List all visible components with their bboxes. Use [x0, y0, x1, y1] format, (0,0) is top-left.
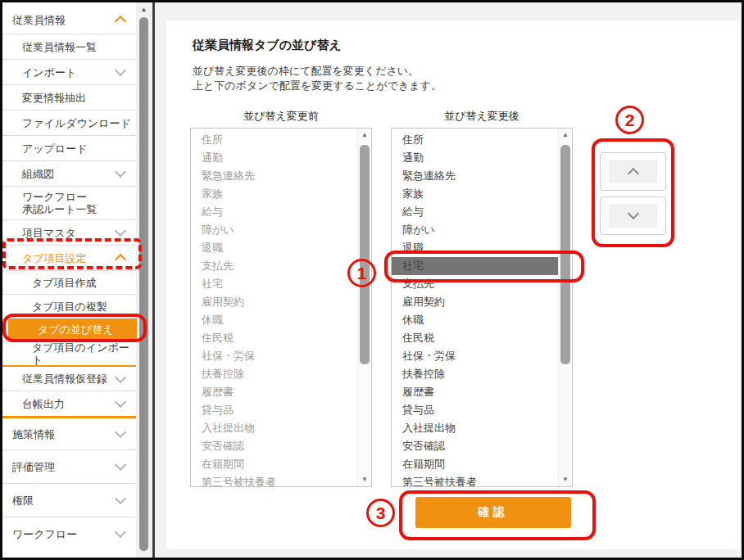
list-item: 緊急連絡先 [191, 167, 358, 185]
sidebar-item[interactable]: 組織図 [2, 160, 136, 186]
list-item[interactable]: 緊急連絡先 [392, 167, 559, 185]
list-item[interactable]: 住民税 [392, 329, 559, 347]
sidebar: 従業員情報従業員情報一覧インポート変更情報抽出ファイルダウンロードアップロード組… [2, 2, 136, 558]
sidebar-item[interactable]: 従業員情報一覧 [2, 34, 136, 59]
list-item: 扶養控除 [191, 365, 358, 383]
page-title: 従業員情報タブの並び替え [193, 38, 342, 53]
sidebar-item-label: タブ項目設定 [22, 252, 87, 264]
chevron-down-icon [115, 526, 126, 538]
chevron-down-icon [115, 371, 126, 382]
list-item: 給与 [191, 203, 358, 221]
list-item: 社宅 [191, 275, 358, 293]
sidebar-item-label: 変更情報抽出 [22, 92, 86, 104]
sidebar-item-label: 組織図 [22, 168, 54, 180]
list-item[interactable]: 雇用契約 [392, 293, 559, 311]
scroll-up-icon[interactable]: ▲ [137, 6, 151, 14]
instructions: 並び替え変更後の枠にて配置を変更ください。 上と下のボタンで配置を変更することが… [193, 64, 442, 93]
list-item: 在籍期間 [191, 455, 358, 473]
sidebar-item[interactable]: インポート [2, 59, 136, 84]
before-list-scrollbar[interactable]: ▲ ▼ [357, 129, 371, 486]
sidebar-item[interactable]: 従業員情報 [2, 6, 136, 34]
sidebar-item[interactable]: タブ項目のインポート [2, 341, 136, 365]
scrollbar-thumb[interactable] [360, 145, 370, 364]
list-item[interactable]: 在籍期間 [392, 455, 559, 473]
chevron-up-icon [115, 16, 126, 27]
sidebar-scrollbar-thumb[interactable] [139, 17, 148, 551]
sidebar-item[interactable]: 評価管理 [2, 449, 136, 483]
sidebar-item-label: 台帳出力 [22, 398, 65, 410]
scroll-down-icon[interactable]: ▼ [559, 476, 572, 484]
sidebar-item-label: 項目マスタ [22, 227, 76, 239]
list-item: 住民税 [191, 329, 358, 347]
sidebar-item[interactable]: 台帳出力 [2, 391, 136, 416]
move-down-button[interactable] [600, 196, 666, 235]
list-item: 休職 [191, 311, 358, 329]
sidebar-item-label: 評価管理 [12, 461, 55, 473]
before-list: 住所通勤緊急連絡先家族給与障がい退職支払先社宅雇用契約休職住民税社保・労保扶養控… [190, 128, 372, 487]
sidebar-item[interactable]: アップロード [2, 135, 136, 160]
list-item[interactable]: 社保・労保 [392, 347, 559, 365]
scrollbar-thumb[interactable] [560, 145, 570, 364]
confirm-button[interactable]: 確認 [415, 497, 571, 528]
list-item: 履歴書 [191, 383, 358, 401]
sidebar-item[interactable]: ファイルダウンロード [2, 110, 136, 135]
move-down-button-face [609, 204, 657, 228]
sidebar-item-label: 従業員情報 [12, 14, 66, 26]
chevron-down-icon [115, 493, 126, 504]
sidebar-item-label: ファイルダウンロード [22, 117, 131, 129]
instruction-line-2: 上と下のボタンで配置を変更することができます。 [193, 79, 442, 93]
sidebar-item[interactable]: ワークフロー 承認ルート一覧 [2, 186, 136, 219]
list-item: 通勤 [191, 149, 358, 167]
sidebar-item[interactable]: タブ項目の複製 [2, 294, 136, 318]
sidebar-item-label: タブ項目のインポート [32, 341, 136, 366]
list-item[interactable]: 支払先 [392, 275, 559, 293]
before-list-header: 並び替え変更前 [190, 109, 372, 124]
sidebar-item-label: ワークフロー [12, 528, 77, 540]
list-item[interactable]: 障がい [392, 221, 559, 239]
sidebar-item-label: アップロード [22, 142, 88, 155]
list-item[interactable]: 履歴書 [392, 383, 559, 401]
list-item[interactable]: 給与 [392, 203, 559, 221]
scroll-up-icon[interactable]: ▲ [358, 131, 371, 139]
list-item[interactable]: 第三号被扶養者 [392, 473, 559, 486]
chevron-up-icon [627, 168, 638, 179]
list-item[interactable]: 安否確認 [392, 437, 559, 455]
sidebar-item[interactable]: 施策情報 [2, 416, 136, 449]
sidebar-item[interactable]: 従業員情報仮登録 [2, 365, 136, 391]
list-item: 住所 [191, 131, 358, 149]
after-list-header: 並び替え変更後 [391, 109, 573, 124]
sidebar-item[interactable]: タブ項目作成 [2, 270, 136, 294]
sidebar-scrollbar[interactable]: ▲ [137, 2, 151, 558]
list-item[interactable]: 社宅 [392, 257, 559, 275]
list-item[interactable]: 家族 [392, 185, 559, 203]
list-item[interactable]: 扶養控除 [392, 365, 559, 383]
list-item: 雇用契約 [191, 293, 358, 311]
list-item: 安否確認 [191, 437, 358, 455]
sidebar-item-label: 施策情報 [12, 428, 55, 440]
after-list: 住所通勤緊急連絡先家族給与障がい退職社宅支払先雇用契約休職住民税社保・労保扶養控… [391, 128, 573, 487]
scroll-up-icon[interactable]: ▲ [559, 131, 572, 139]
list-item[interactable]: 通勤 [392, 149, 559, 167]
sidebar-item[interactable]: ワークフロー [2, 517, 136, 550]
sidebar-item[interactable]: タブ項目設定 [2, 245, 136, 270]
list-item: 入社提出物 [191, 419, 358, 437]
sidebar-menu: 従業員情報従業員情報一覧インポート変更情報抽出ファイルダウンロードアップロード組… [2, 6, 136, 550]
sidebar-border [152, 2, 155, 558]
sidebar-item-label: 従業員情報一覧 [22, 41, 97, 53]
sidebar-item[interactable]: 権限 [2, 483, 136, 517]
instruction-line-1: 並び替え変更後の枠にて配置を変更ください。 [193, 64, 442, 79]
move-up-button[interactable] [600, 152, 666, 191]
list-item[interactable]: 退職 [392, 239, 559, 257]
sidebar-item[interactable]: タブの並び替え [8, 318, 143, 341]
list-item[interactable]: 貸与品 [392, 401, 559, 419]
sidebar-item[interactable]: 変更情報抽出 [2, 84, 136, 110]
sidebar-item-label: タブの並び替え [38, 323, 114, 336]
list-item[interactable]: 休職 [392, 311, 559, 329]
sidebar-item-label: ワークフロー 承認ルート一覧 [22, 191, 98, 215]
chevron-up-icon [115, 254, 126, 265]
scroll-down-icon[interactable]: ▼ [358, 476, 371, 484]
list-item[interactable]: 入社提出物 [392, 419, 559, 437]
sidebar-item[interactable]: 項目マスタ [2, 219, 136, 245]
after-list-scrollbar[interactable]: ▲ ▼ [558, 129, 572, 486]
list-item[interactable]: 住所 [392, 131, 559, 149]
